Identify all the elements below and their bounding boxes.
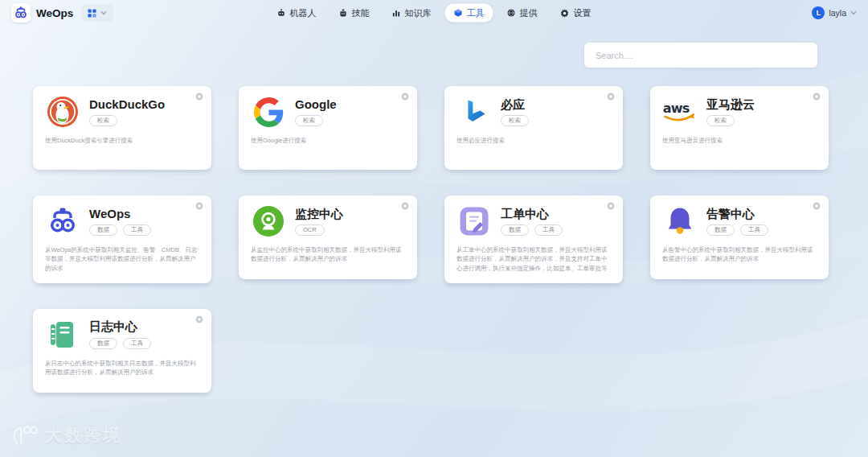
chevron-down-icon [850,10,857,16]
apps-grid-icon [88,9,96,18]
card-tags: 检索 [501,115,529,127]
card-settings-gear-icon[interactable] [400,201,410,211]
card-tag: 检索 [501,115,529,127]
card-tag: 工具 [740,224,768,237]
avatar: L [812,6,825,19]
card-tags: 数据工具 [706,224,768,237]
alert-logo [662,205,698,237]
card-tags: 数据工具 [501,224,563,237]
cube-icon [454,9,463,18]
card-tag: 数据 [706,224,735,237]
gear-icon [560,8,570,18]
card-settings-gear-icon[interactable] [606,92,616,101]
knowledge-icon [392,9,401,18]
tool-card[interactable]: Google 检索 使用Google进行搜索 [239,86,417,170]
aws-logo: aws [662,96,698,128]
brand-name: WeOps [36,7,73,19]
card-title: 必应 [501,97,529,111]
card-description: 从WeOps的系统中获取到相关监控、告警、CMDB、日志等数据，并且大模型利用该… [45,245,200,273]
card-settings-gear-icon[interactable] [400,92,410,101]
workspace-dropdown[interactable] [81,4,113,22]
skill-icon [339,9,348,18]
log-logo [45,319,80,351]
tool-card[interactable]: 工单中心 数据工具 从工单中心的系统中获取到相关数据，并且大模型利用该数据进行分… [444,196,623,283]
card-settings-gear-icon[interactable] [812,92,821,101]
card-tag: 检索 [295,115,323,127]
username: layla [829,8,846,18]
card-title: DuckDuckGo [89,97,165,111]
watermark: 大数跨境 [10,423,122,447]
watermark-100-icon [10,423,40,447]
brand[interactable]: WeOps [11,3,73,23]
card-title: 日志中心 [89,319,151,333]
main-nav: 机器人 技能 知识库 工具 提供 设置 [268,4,600,23]
tool-card[interactable]: 必应 检索 使用必应进行搜索 [444,86,623,170]
search-input[interactable] [584,43,817,68]
duckduckgo-logo [45,96,80,128]
card-description: 从日志中心的系统中获取到相关日志数据，并且大模型利用该数据进行分析，从而解决用户… [45,359,200,377]
tool-card[interactable]: WeOps 数据工具 从WeOps的系统中获取到相关监控、告警、CMDB、日志等… [33,196,211,283]
weops-logo [45,205,80,237]
monitor-logo [251,205,286,237]
card-tags: 检索 [706,115,755,127]
card-settings-gear-icon[interactable] [606,201,616,211]
card-description: 从工单中心的系统中获取到相关数据，并且大模型利用该数据进行分析，从而解决用户的诉… [457,245,612,273]
card-tags: 检索 [89,115,165,127]
card-tag: 检索 [706,115,735,127]
card-tag: 工具 [123,224,151,237]
card-tags: 检索 [295,115,337,127]
weops-logo [11,3,31,23]
card-description: 使用Google进行搜索 [251,136,406,145]
google-logo [251,96,286,128]
search-bar [584,43,817,68]
card-title: 监控中心 [295,207,343,220]
user-menu[interactable]: L layla [812,6,857,19]
card-tag: 数据 [89,224,117,237]
watermark-text: 大数跨境 [45,424,122,447]
card-tag: 检索 [89,115,117,127]
tool-card[interactable]: aws 亚马逊云 检索 使用亚马逊云进行搜索 [650,86,829,170]
card-title: 告警中心 [706,207,768,220]
tool-card[interactable]: DuckDuckGo 检索 使用DuckDuck搜索引擎进行搜索 [33,86,211,170]
card-description: 使用亚马逊云进行搜索 [662,136,817,145]
card-description: 从监控中心的系统中获取到相关数据，并且大模型利用该数据进行分析，从而解决用户的诉… [251,245,406,264]
nav-item-tools[interactable]: 工具 [445,4,493,23]
chevron-down-icon [100,10,107,16]
card-tags: 数据工具 [89,224,151,237]
card-tag: OCR [295,224,325,237]
card-tags: 数据工具 [89,338,151,350]
card-tag: 数据 [501,224,529,237]
card-tag: 工具 [123,338,151,350]
card-title: WeOps [89,207,151,220]
globe-icon [507,9,516,18]
svg-text:aws: aws [663,101,690,116]
card-tags: OCR [295,224,343,237]
card-tag: 工具 [534,224,563,237]
card-settings-gear-icon[interactable] [194,92,204,101]
card-title: 工单中心 [501,207,563,220]
nav-item-settings[interactable]: 设置 [551,4,600,23]
tool-card[interactable]: 日志中心 数据工具 从日志中心的系统中获取到相关日志数据，并且大模型利用该数据进… [33,309,211,393]
nav-item-provider[interactable]: 提供 [498,4,547,23]
bing-logo [457,96,492,128]
card-settings-gear-icon[interactable] [812,201,821,211]
nav-item-skills[interactable]: 技能 [330,4,379,23]
tools-grid: DuckDuckGo 检索 使用DuckDuck搜索引擎进行搜索 Google … [33,86,829,393]
nav-item-knowledge[interactable]: 知识库 [383,4,440,23]
card-description: 使用必应进行搜索 [457,136,612,145]
card-settings-gear-icon[interactable] [194,201,204,211]
card-description: 从告警中心的系统中获取到相关数据，并且大模型利用该数据进行分析，从而解决用户的诉… [662,245,817,264]
tool-card[interactable]: 监控中心 OCR 从监控中心的系统中获取到相关数据，并且大模型利用该数据进行分析… [239,196,417,279]
card-description: 使用DuckDuck搜索引擎进行搜索 [45,136,200,145]
tool-card[interactable]: 告警中心 数据工具 从告警中心的系统中获取到相关数据，并且大模型利用该数据进行分… [650,196,829,279]
card-title: 亚马逊云 [706,97,755,111]
app-header: WeOps 机器人 技能 知识库 工具 提供 设置 L layla [0,0,868,26]
ticket-logo [457,205,492,237]
card-tag: 数据 [89,338,117,350]
nav-item-robot[interactable]: 机器人 [268,4,326,23]
card-title: Google [295,97,337,111]
card-settings-gear-icon[interactable] [194,315,204,324]
robot-icon [277,9,286,18]
